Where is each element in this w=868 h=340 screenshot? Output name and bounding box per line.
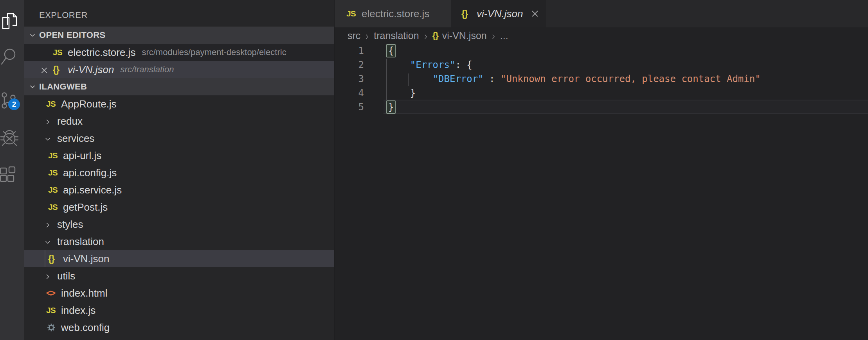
tree-item-label: web.config bbox=[61, 322, 110, 334]
tab-label: electric.store.js bbox=[362, 8, 429, 20]
json-file-icon: {} bbox=[53, 64, 63, 75]
chevron-down-icon bbox=[43, 134, 52, 143]
workspace-header[interactable]: ILANGWEB bbox=[24, 78, 334, 95]
explorer-sidebar: EXPLORER OPEN EDITORS JS electric.store.… bbox=[24, 0, 334, 340]
open-editors-label: OPEN EDITORS bbox=[39, 30, 105, 40]
sidebar-editor-divider[interactable] bbox=[334, 0, 335, 340]
js-file-icon: JS bbox=[46, 99, 56, 109]
chevron-right-icon bbox=[43, 117, 52, 125]
chevron-right-icon bbox=[364, 32, 371, 39]
line-number: 4 bbox=[334, 86, 364, 100]
json-file-icon: {} bbox=[461, 9, 472, 19]
close-icon[interactable] bbox=[530, 9, 540, 18]
bracket-close: } bbox=[386, 100, 396, 114]
code-line[interactable]: 5 } bbox=[334, 100, 868, 114]
chevron-right-icon bbox=[422, 32, 429, 39]
bracket-open: { bbox=[386, 44, 396, 57]
tree-item-approute-js[interactable]: JS AppRoute.js bbox=[24, 95, 334, 113]
tree-item-translation[interactable]: translation bbox=[24, 233, 334, 250]
line-number: 1 bbox=[334, 44, 364, 58]
code-line[interactable]: 1 { bbox=[334, 44, 868, 58]
tree-item-label: AppRoute.js bbox=[61, 98, 117, 110]
tree-item-web-config[interactable]: web.config bbox=[24, 319, 334, 336]
js-file-icon: JS bbox=[48, 185, 58, 195]
tree-item-vi-vn-json[interactable]: {} vi-VN.json bbox=[24, 250, 334, 267]
open-editors-header[interactable]: OPEN EDITORS bbox=[24, 27, 334, 44]
code-token bbox=[387, 73, 433, 84]
html-file-icon: <> bbox=[46, 288, 56, 299]
tree-item-getpost-js[interactable]: JS getPost.js bbox=[24, 199, 334, 216]
tree-item-label: index.html bbox=[61, 287, 108, 299]
tree-item-index-js[interactable]: JS index.js bbox=[24, 302, 334, 319]
code-line[interactable]: 2 "Errors": { bbox=[334, 58, 868, 72]
tree-item-label: api-url.js bbox=[63, 150, 101, 162]
js-file-icon: JS bbox=[48, 151, 58, 160]
tree-item-label: api.config.js bbox=[63, 167, 117, 179]
scm-badge: 2 bbox=[8, 98, 20, 110]
tree-item-label: services bbox=[57, 132, 94, 145]
tree-item-services[interactable]: services bbox=[24, 130, 334, 147]
open-editor-electric-store[interactable]: JS electric.store.js src/modules/payment… bbox=[24, 44, 334, 61]
open-editor-name: electric.store.js bbox=[68, 47, 135, 59]
code-token bbox=[387, 59, 410, 70]
chevron-right-icon bbox=[43, 220, 52, 229]
json-key: "Errors" bbox=[410, 59, 456, 70]
breadcrumb-item-ellipsis[interactable]: ... bbox=[500, 30, 508, 41]
breadcrumb: src translation {} vi-VN.json ... bbox=[334, 27, 868, 44]
tree-item-api-url-js[interactable]: JS api-url.js bbox=[24, 147, 334, 164]
chevron-right-icon bbox=[43, 272, 52, 280]
chevron-right-icon bbox=[490, 32, 497, 39]
tree-item-label: redux bbox=[57, 115, 83, 127]
editor-group: JS electric.store.js {} vi-VN.json src t… bbox=[334, 0, 868, 340]
sidebar-title-area: EXPLORER bbox=[24, 0, 334, 27]
chevron-down-icon bbox=[28, 31, 37, 39]
open-editor-path: src/modules/payment-desktop/electric bbox=[142, 47, 286, 57]
js-file-icon: JS bbox=[48, 202, 58, 212]
open-editor-path: src/translation bbox=[120, 64, 174, 75]
tree-item-api-service-js[interactable]: JS api.service.js bbox=[24, 181, 334, 199]
code-line[interactable]: 3 "DBError" : "Unknown error occurred, p… bbox=[334, 72, 868, 86]
tree-item-label: vi-VN.json bbox=[63, 253, 109, 265]
json-file-icon: {} bbox=[48, 254, 58, 264]
line-number: 3 bbox=[334, 72, 364, 86]
extensions-icon[interactable] bbox=[0, 164, 20, 188]
tree-item-redux[interactable]: redux bbox=[24, 113, 334, 130]
code-editor[interactable]: 1 { 2 "Errors": { 3 "DBError" : "Unknown… bbox=[334, 44, 868, 340]
code-line[interactable]: 4 } bbox=[334, 86, 868, 100]
debug-icon[interactable] bbox=[0, 126, 20, 149]
code-token: } bbox=[387, 88, 416, 98]
vscode-window: 2 EXPLORER OPEN EDITORS JS electric.stor… bbox=[0, 0, 868, 340]
gear-icon bbox=[46, 322, 56, 333]
open-editor-name: vi-VN.json bbox=[68, 64, 114, 76]
breadcrumb-item-src[interactable]: src bbox=[348, 30, 360, 41]
tree-item-index-html[interactable]: <> index.html bbox=[24, 285, 334, 302]
js-file-icon: JS bbox=[53, 48, 63, 57]
open-editor-vi-vn[interactable]: {} vi-VN.json src/translation bbox=[24, 61, 334, 78]
tab-electric-store-js[interactable]: JS electric.store.js bbox=[334, 0, 451, 27]
js-file-icon: JS bbox=[346, 9, 357, 18]
close-icon[interactable] bbox=[40, 65, 49, 74]
tree-item-label: styles bbox=[57, 218, 83, 231]
search-icon[interactable] bbox=[0, 45, 20, 68]
tree-item-utils[interactable]: utils bbox=[24, 267, 334, 285]
tree-item-label: index.js bbox=[61, 304, 95, 317]
json-file-icon: {} bbox=[432, 30, 438, 41]
code-token: : { bbox=[455, 59, 472, 70]
tree-item-styles[interactable]: styles bbox=[24, 216, 334, 233]
chevron-down-icon bbox=[28, 82, 37, 91]
js-file-icon: JS bbox=[46, 306, 56, 315]
tree-item-label: utils bbox=[57, 270, 75, 282]
chevron-down-icon bbox=[43, 237, 52, 246]
breadcrumb-item-file[interactable]: vi-VN.json bbox=[442, 30, 487, 41]
json-key: "DBError" bbox=[433, 73, 484, 84]
json-string-value: "Unknown error occurred, please contact … bbox=[501, 73, 761, 84]
js-file-icon: JS bbox=[48, 168, 58, 177]
tab-vi-vn-json[interactable]: {} vi-VN.json bbox=[451, 0, 546, 27]
indent-guide bbox=[45, 250, 45, 267]
explorer-icon[interactable] bbox=[0, 9, 20, 32]
line-number: 5 bbox=[334, 100, 364, 114]
breadcrumb-item-translation[interactable]: translation bbox=[374, 30, 419, 41]
sidebar-title: EXPLORER bbox=[39, 10, 88, 20]
tree-item-api-config-js[interactable]: JS api.config.js bbox=[24, 164, 334, 181]
line-number: 2 bbox=[334, 58, 364, 72]
